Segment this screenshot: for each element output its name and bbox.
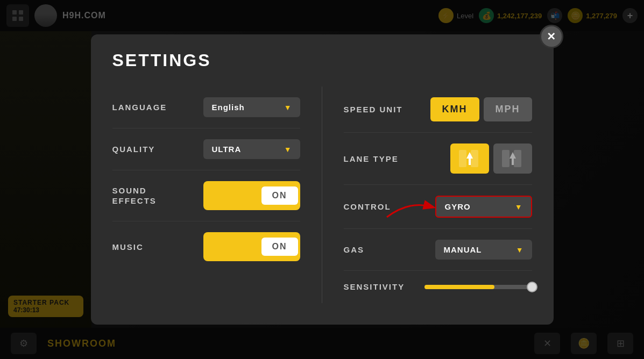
sound-effects-toggle[interactable]: ON — [203, 181, 300, 210]
language-dropdown-arrow: ▼ — [284, 103, 292, 112]
control-label: CONTROL — [344, 202, 391, 212]
mph-button[interactable]: MPH — [484, 97, 532, 121]
quality-value: ULTRA — [212, 145, 278, 154]
settings-grid: LANGUAGE English ▼ QUALITY ULTRA ▼ — [112, 87, 532, 303]
slider-fill — [424, 285, 494, 289]
lane-right-button[interactable] — [493, 143, 532, 174]
music-on-label: ON — [261, 238, 298, 256]
settings-right-column: SPEED UNIT KMH MPH LANE TYPE — [322, 87, 532, 303]
speed-unit-group: KMH MPH — [430, 97, 532, 121]
gas-dropdown-arrow: ▼ — [516, 246, 523, 254]
close-button[interactable]: ✕ — [540, 25, 563, 48]
control-dropdown-arrow: ▼ — [515, 203, 522, 211]
gas-label: GAS — [344, 245, 365, 255]
language-dropdown[interactable]: English ▼ — [203, 97, 300, 117]
speed-unit-label: SPEED UNIT — [344, 104, 403, 115]
control-dropdown[interactable]: GYRO ▼ — [435, 196, 532, 218]
lane-type-row: LANE TYPE — [344, 133, 532, 185]
gas-dropdown[interactable]: MANUAL ▼ — [435, 240, 532, 260]
settings-title: SETTINGS — [112, 51, 532, 70]
slider-track — [424, 285, 532, 289]
modal-backdrop: ✕ SETTINGS LANGUAGE English ▼ QUALITY — [0, 0, 644, 359]
music-toggle[interactable]: ON — [203, 232, 300, 261]
music-row: MUSIC ON — [112, 221, 300, 272]
quality-row: QUALITY ULTRA ▼ — [112, 128, 300, 170]
sound-effects-row: SOUND EFFECTS ON — [112, 170, 300, 221]
control-dropdown-wrapper: GYRO ▼ — [435, 196, 532, 218]
svg-rect-7 — [502, 150, 509, 167]
music-label: MUSIC — [112, 242, 144, 253]
quality-dropdown-arrow: ▼ — [284, 145, 292, 154]
speed-unit-row: SPEED UNIT KMH MPH — [344, 87, 532, 133]
sensitivity-row: SENSITIVITY — [344, 271, 532, 303]
control-value: GYRO — [445, 202, 508, 211]
sensitivity-slider[interactable] — [424, 285, 532, 289]
quality-label: QUALITY — [112, 144, 155, 155]
lane-type-label: LANE TYPE — [344, 154, 399, 164]
gas-row: GAS MANUAL ▼ — [344, 229, 532, 271]
settings-left-column: LANGUAGE English ▼ QUALITY ULTRA ▼ — [112, 87, 322, 303]
kmh-button[interactable]: KMH — [430, 97, 479, 121]
svg-rect-4 — [459, 150, 466, 167]
quality-dropdown[interactable]: ULTRA ▼ — [203, 139, 300, 159]
lane-left-button[interactable] — [450, 143, 489, 174]
control-row: CONTROL GYRO — [344, 185, 532, 229]
sound-effects-on-label: ON — [261, 186, 298, 205]
sound-effects-label: SOUND EFFECTS — [112, 185, 157, 206]
sensitivity-label: SENSITIVITY — [344, 282, 405, 292]
settings-modal: ✕ SETTINGS LANGUAGE English ▼ QUALITY — [91, 34, 554, 325]
slider-thumb[interactable] — [527, 282, 537, 292]
language-value: English — [212, 103, 278, 112]
language-row: LANGUAGE English ▼ — [112, 87, 300, 128]
gas-value: MANUAL — [444, 245, 509, 254]
language-label: LANGUAGE — [112, 102, 167, 113]
lane-type-group — [450, 143, 532, 174]
